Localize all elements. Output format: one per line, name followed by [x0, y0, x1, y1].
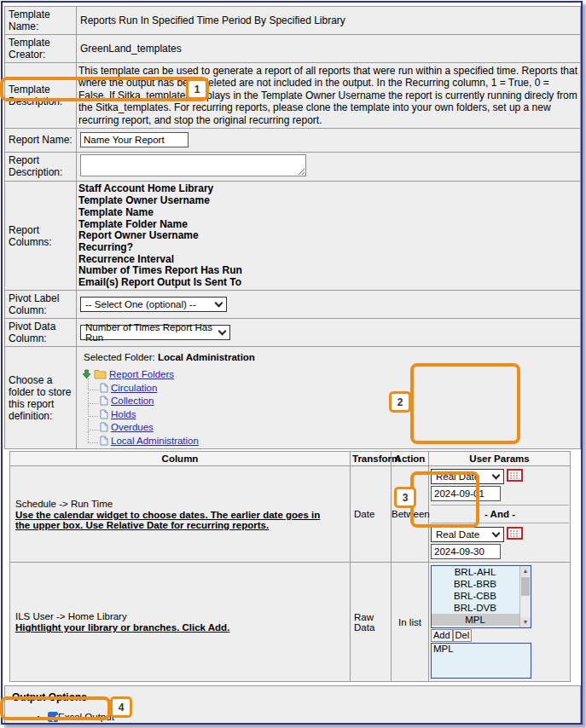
folder-tree-item-row: Overdues	[82, 420, 577, 434]
library-option-selected[interactable]: MPL	[432, 614, 531, 626]
list-scrollbar[interactable]: ▲ ▼	[519, 566, 531, 627]
start-date-calendar-button[interactable]	[507, 469, 523, 484]
output-options-title: Output Options	[12, 691, 580, 703]
pivot-data-row: Pivot Data Column: Number of Times Repor…	[5, 319, 581, 347]
header-user-params: User Params	[429, 452, 571, 466]
selected-folder-line: Selected Folder: Local Administration	[84, 352, 577, 362]
end-date-input[interactable]	[431, 544, 501, 559]
report-column-item: Number of Times Report Has Run	[78, 265, 577, 277]
chevron-down-icon	[218, 326, 227, 335]
folder-link[interactable]: Collection	[111, 396, 154, 406]
pivot-label-row: Pivot Label Column: -- Select One (optio…	[5, 291, 581, 319]
and-label: - And -	[431, 509, 569, 519]
template-description-label: Template Description:	[5, 63, 77, 129]
library-transform: Raw Data	[351, 563, 392, 682]
folder-tree-item-row: Circulation	[82, 381, 577, 395]
chevron-down-icon	[492, 471, 501, 479]
template-name-value: Reports Run In Specified Time Period By …	[77, 7, 581, 35]
library-option[interactable]: BRL-DVB	[432, 602, 531, 614]
library-multiselect[interactable]: BRL-AHL BRL-BRB BRL-CBB BRL-DVB MPL ▲ ▼	[431, 565, 531, 628]
folder-link[interactable]: Local Administration	[111, 436, 199, 446]
document-icon	[100, 422, 108, 432]
calendar-icon	[507, 527, 523, 542]
callout-badge-4: 4	[110, 696, 132, 718]
add-button[interactable]: Add	[431, 629, 453, 642]
excel-output-label: Excel Output	[58, 712, 114, 722]
report-name-input[interactable]	[80, 132, 189, 147]
template-name-row: Template Name: Reports Run In Specified …	[5, 7, 581, 35]
pivot-label-select[interactable]: -- Select One (optional) --	[80, 297, 227, 312]
report-column-item: Report Owner Username	[78, 230, 577, 242]
folder-link[interactable]: Holds	[111, 409, 136, 419]
library-option[interactable]: BRL-BRB	[432, 578, 531, 590]
document-icon	[100, 383, 108, 393]
date-params-widget: Real Date - And -	[431, 469, 569, 559]
tree-connector	[88, 431, 98, 443]
library-option[interactable]: BRL-CBB	[432, 590, 531, 602]
chevron-down-icon	[492, 529, 501, 537]
folder-tree-root-row: Report Folders	[82, 367, 577, 381]
callout-badge-3: 3	[394, 487, 416, 508]
report-run-form-window: Template Name: Reports Run In Specified …	[1, 1, 583, 725]
document-icon	[100, 396, 108, 406]
user-params-table: Column Transform Action User Params Sche…	[9, 451, 571, 682]
schedule-column-title: Schedule -> Run Time	[15, 499, 113, 509]
schedule-run-time-row: Schedule -> Run Time Use the calendar wi…	[10, 466, 571, 563]
params-header-row: Column Transform Action User Params	[10, 452, 571, 466]
chevron-down-icon	[215, 298, 223, 307]
pivot-data-select-value: Number of Times Report Has Run	[85, 322, 212, 343]
tree-connector	[88, 405, 98, 417]
chosen-library-item[interactable]: MPL	[432, 644, 531, 654]
del-button[interactable]: Del	[453, 629, 473, 642]
selected-folder-value: Local Administration	[158, 352, 255, 362]
header-column: Column	[10, 452, 351, 466]
excel-output-checkbox[interactable]	[48, 712, 58, 722]
tree-connector	[88, 392, 98, 404]
start-date-input[interactable]	[431, 486, 501, 501]
home-library-row: ILS User -> Home Library Hightlight your…	[10, 563, 571, 682]
callout-badge-1: 1	[186, 78, 208, 100]
calendar-icon	[507, 469, 523, 484]
output-option-row: • Excel Output	[12, 710, 580, 724]
folder-link[interactable]: Circulation	[111, 383, 157, 393]
scroll-up-icon[interactable]: ▲	[520, 566, 531, 576]
screenshot-stage: Template Name: Reports Run In Specified …	[0, 0, 586, 728]
pivot-data-select[interactable]: Number of Times Report Has Run	[80, 325, 230, 340]
schedule-transform: Date	[351, 466, 392, 563]
report-columns-row: Report Columns: Staff Account Home Libra…	[5, 181, 581, 290]
chosen-libraries-list[interactable]: MPL	[431, 643, 531, 679]
divider	[431, 523, 569, 523]
schedule-action: Between	[392, 466, 429, 563]
output-option-row: • CSV Output	[12, 724, 580, 725]
report-column-item: Email(s) Report Output Is Sent To	[78, 277, 577, 289]
scrollbar-thumb[interactable]	[521, 577, 530, 596]
pivot-data-column-label: Pivot Data Column:	[5, 319, 77, 347]
header-action: Action	[392, 452, 429, 466]
template-creator-row: Template Creator: GreenLand_templates	[5, 35, 581, 63]
template-description-value: This template can be used to generate a …	[77, 63, 581, 129]
end-date-type-value: Real Date	[436, 529, 479, 540]
schedule-column-note: Use the calendar widget to choose dates.…	[15, 510, 324, 530]
tree-connector	[88, 419, 98, 430]
divider	[431, 505, 569, 506]
document-icon	[100, 409, 108, 419]
header-transform: Transform	[351, 452, 392, 466]
report-columns-list: Staff Account Home Library Template Owne…	[77, 181, 581, 290]
template-creator-label: Template Creator:	[5, 35, 77, 63]
report-column-item: Template Folder Name	[78, 218, 577, 230]
report-description-row: Report Description:	[5, 152, 581, 181]
start-date-type-select[interactable]: Real Date	[431, 469, 504, 484]
report-description-label: Report Description:	[5, 152, 77, 181]
report-name-label: Report Name:	[5, 128, 77, 152]
report-column-item: Staff Account Home Library	[78, 183, 577, 195]
document-icon	[100, 436, 108, 446]
folder-link[interactable]: Overdues	[111, 422, 154, 432]
report-description-textarea[interactable]	[80, 154, 306, 176]
folder-link-root[interactable]: Report Folders	[109, 369, 174, 379]
library-option[interactable]: BRL-AHL	[432, 566, 531, 578]
end-date-calendar-button[interactable]	[507, 527, 523, 542]
library-column-title: ILS User -> Home Library	[15, 611, 127, 621]
template-description-row: Template Description: This template can …	[5, 63, 581, 129]
end-date-type-select[interactable]: Real Date	[431, 527, 504, 542]
scroll-down-icon[interactable]: ▼	[520, 617, 531, 627]
